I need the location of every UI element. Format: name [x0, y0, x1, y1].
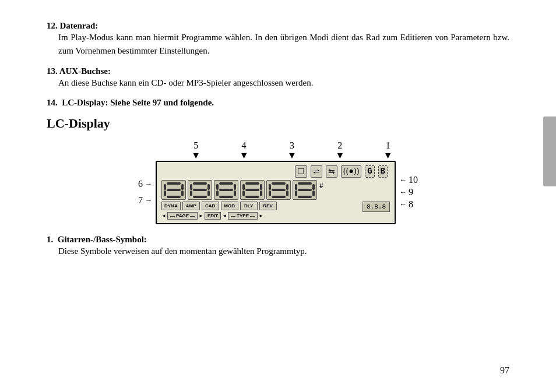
- midi-icon: ⇆: [326, 165, 337, 178]
- lcd-icons-row: ☐ ⇌ ⇆ ((●)) G B: [161, 165, 390, 178]
- svg-rect-13: [193, 196, 207, 198]
- svg-rect-29: [269, 184, 271, 190]
- top-num-1: 1: [386, 140, 390, 151]
- svg-rect-27: [245, 196, 259, 198]
- bottom-section-1-label: Gitarren-/Bass-Symbol:: [58, 235, 147, 244]
- section-13: 13. AUX-Buchse: An diese Buchse kann ein…: [47, 66, 509, 90]
- nav-edit-label: EDIT: [207, 213, 218, 218]
- section-12-header: 12. Datenrad:: [47, 21, 509, 31]
- svg-rect-4: [164, 190, 166, 196]
- svg-rect-36: [295, 184, 297, 190]
- svg-rect-12: [207, 190, 210, 196]
- top-num-5: 5: [193, 140, 198, 151]
- lcd-with-side-labels: 6 → 7 → ☐ ⇌ ⇆ ((●)): [138, 161, 418, 224]
- nav-type-dash-right: —: [250, 213, 255, 218]
- svg-rect-14: [219, 182, 233, 185]
- svg-rect-20: [219, 196, 233, 198]
- svg-rect-10: [193, 189, 207, 191]
- left-labels: 6 → 7 →: [138, 179, 152, 206]
- svg-rect-11: [190, 190, 192, 196]
- svg-rect-25: [242, 190, 245, 196]
- bottom-num: 1: [47, 235, 51, 244]
- nav-arrow-right-page: ►: [199, 213, 203, 218]
- left-label-7: 7 →: [138, 195, 152, 206]
- arrow-right-7: →: [145, 196, 152, 205]
- section-13-header: 13. AUX-Buchse:: [47, 66, 509, 76]
- lcd-buttons-row: DYNA AMP CAB MOD DLY REV: [161, 202, 277, 210]
- btn-mod[interactable]: MOD: [221, 202, 238, 210]
- svg-rect-26: [260, 190, 262, 196]
- left-label-6: 6 →: [138, 179, 152, 189]
- segment-3: [214, 180, 238, 200]
- page-container: 12. Datenrad: Im Play-Modus kann man hie…: [0, 0, 556, 287]
- svg-rect-35: [298, 182, 312, 185]
- label-9: 9: [409, 187, 413, 197]
- svg-rect-0: [167, 182, 181, 185]
- top-label-2: 2 ▼: [335, 140, 344, 161]
- nav-page-label: PAGE: [176, 213, 189, 218]
- top-label-3: 3 ▼: [287, 140, 297, 161]
- segment-2: [188, 180, 212, 200]
- label-6: 6: [138, 179, 143, 189]
- section-14-body-inline: Siehe Seite 97 und folgende.: [110, 98, 214, 107]
- arrow-left-10: ←: [399, 175, 407, 185]
- bottom-section-1-body: Diese Symbole verweisen auf den momentan…: [58, 245, 509, 258]
- svg-rect-5: [181, 190, 184, 196]
- btn-rev[interactable]: REV: [259, 202, 277, 210]
- nav-page-dash-left: —: [170, 213, 175, 218]
- right-label-10: ← 10: [399, 175, 418, 185]
- svg-rect-15: [216, 184, 219, 190]
- arrow-down-2: ▼: [335, 150, 344, 161]
- segment-6: [293, 180, 317, 200]
- lcd-row2: DYNA AMP CAB MOD DLY REV 8.8.8: [161, 202, 390, 212]
- segment-5: [266, 180, 291, 200]
- top-arrows-row: 5 ▼ 4 ▼ 3 ▼ 2 ▼ 1 ▼: [138, 140, 418, 161]
- lcd-nav-row: ◄ — PAGE — ► EDIT ◄ — TYPE: [161, 212, 390, 220]
- label-8: 8: [409, 199, 413, 210]
- seven-seg-3: [216, 182, 237, 198]
- lcd-segments-row: #: [161, 180, 390, 200]
- small-display: 8.8.8: [363, 202, 390, 212]
- hash-symbol: #: [319, 181, 323, 190]
- section-13-body: An diese Buchse kann ein CD- oder MP3-Sp…: [58, 76, 509, 90]
- btn-amp[interactable]: AMP: [182, 202, 200, 210]
- top-label-1: 1 ▼: [383, 140, 393, 161]
- seven-seg-5: [268, 182, 289, 198]
- seven-seg-2: [189, 182, 210, 198]
- svg-rect-9: [207, 184, 210, 190]
- btn-cab[interactable]: CAB: [202, 202, 219, 210]
- nav-page-dash-right: —: [190, 213, 195, 218]
- section-12-body: Im Play-Modus kann man hiermit Programme…: [58, 31, 509, 58]
- segment-4: [240, 180, 265, 200]
- svg-rect-28: [272, 182, 286, 185]
- svg-rect-33: [286, 190, 288, 196]
- arrow-down-4: ▼: [240, 150, 249, 161]
- right-label-8: ← 8: [399, 199, 418, 210]
- lc-display-heading: LC-Display: [47, 116, 509, 131]
- svg-rect-30: [286, 184, 288, 190]
- seven-seg-4: [242, 182, 263, 198]
- section-14-header: 14. LC-Display: Siehe Seite 97 und folge…: [47, 98, 509, 108]
- top-label-5: 5 ▼: [191, 140, 200, 161]
- btn-dly[interactable]: DLY: [240, 202, 258, 210]
- svg-rect-17: [219, 189, 233, 191]
- svg-rect-22: [242, 184, 245, 190]
- top-num-2: 2: [337, 140, 342, 151]
- arrow-right-6: →: [145, 179, 152, 189]
- btn-dyna[interactable]: DYNA: [161, 202, 181, 210]
- nav-edit: EDIT: [205, 212, 221, 220]
- nav-arrow-right-type: ►: [259, 213, 263, 218]
- page-number: 97: [500, 365, 509, 376]
- nav-type-label: TYPE: [237, 213, 249, 218]
- top-num-4: 4: [242, 140, 247, 151]
- svg-rect-8: [190, 184, 192, 190]
- nav-type: — TYPE —: [228, 212, 258, 220]
- battery-icon: ☐: [295, 165, 307, 178]
- svg-rect-40: [312, 190, 315, 196]
- svg-rect-32: [269, 190, 271, 196]
- svg-rect-16: [234, 184, 236, 190]
- svg-rect-34: [272, 196, 286, 198]
- svg-rect-7: [193, 182, 207, 185]
- section-14-inline-label: LC-Display:: [62, 98, 108, 107]
- right-label-9: ← 9: [399, 187, 418, 197]
